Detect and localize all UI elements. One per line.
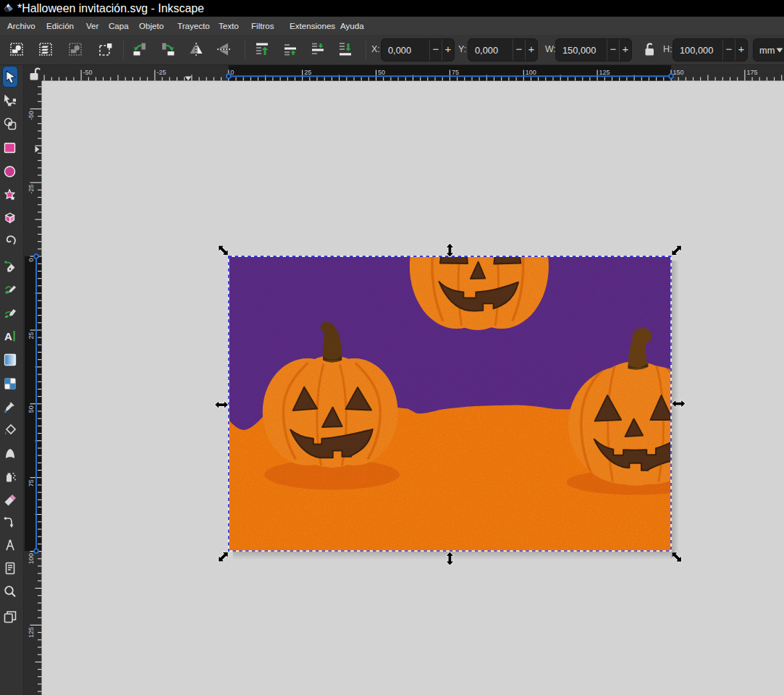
svg-text:-25: -25	[28, 184, 35, 193]
svg-text:75: 75	[451, 69, 458, 76]
svg-text:25: 25	[304, 69, 311, 76]
svg-text:-25: -25	[156, 69, 166, 76]
svg-text:50: 50	[28, 405, 35, 413]
svg-text:150: 150	[673, 69, 683, 76]
svg-text:100: 100	[28, 553, 35, 564]
svg-text:A: A	[4, 329, 12, 342]
svg-text:100: 100	[525, 69, 536, 76]
svg-text:25: 25	[28, 332, 35, 339]
svg-text:0: 0	[28, 258, 35, 261]
svg-text:50: 50	[378, 69, 385, 76]
svg-text:-50: -50	[83, 69, 92, 76]
svg-text:-50: -50	[28, 110, 35, 119]
svg-text:175: 175	[746, 69, 757, 76]
svg-text:75: 75	[28, 479, 35, 486]
svg-text:125: 125	[28, 626, 35, 637]
svg-text:125: 125	[599, 69, 610, 76]
